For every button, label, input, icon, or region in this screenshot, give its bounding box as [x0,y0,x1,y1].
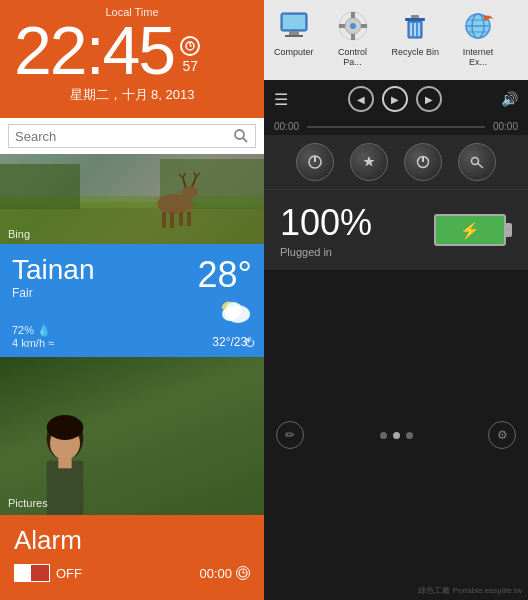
left-panel: Local Time 22:45 57 星期二，十月 8, 2013 [0,0,264,600]
bottom-section: ✏ ⚙ [264,270,528,600]
battery-charge-icon: ⚡ [460,221,480,240]
media-time-bar: 00:00 00:00 [264,118,528,135]
toggle-thumb [15,565,31,581]
svg-rect-29 [47,461,84,515]
media-time-end: 00:00 [493,121,518,132]
svg-rect-46 [405,18,425,21]
alarm-title: Alarm [14,525,250,556]
alarm-time-row: 00:00 [199,566,250,581]
svg-rect-12 [183,194,190,206]
controlpanel-icon [335,8,371,44]
battery-body: ⚡ [434,214,506,246]
ie-label: Internet Ex... [453,47,503,67]
svg-point-3 [235,130,244,139]
alarm-time: 00:00 [199,566,232,581]
svg-point-28 [47,415,84,440]
recyclebin-icon [397,8,433,44]
svg-rect-36 [289,31,299,35]
media-list-icon[interactable]: ☰ [274,90,288,109]
desktop-icon-controlpanel[interactable]: Control Pa... [328,8,378,67]
clock-label: Local Time [0,6,264,18]
bottom-settings-icon[interactable]: ⚙ [488,421,516,449]
media-controls-section: ☰ ◀ ▶ ▶ 🔊 00:00 00:00 [264,80,528,189]
toggle-bar[interactable] [14,564,50,582]
watermark: 綠色工廠 Portable.easylife.tw [418,585,522,596]
svg-rect-47 [411,15,419,18]
battery-percent: 100% [280,202,372,244]
computer-label: Computer [274,47,314,57]
svg-rect-35 [283,15,305,29]
media-btn-power[interactable] [296,143,334,181]
clock-icon [180,36,200,56]
weather-icon [216,296,252,324]
search-tile [0,118,264,154]
svg-line-61 [478,164,483,169]
svg-rect-13 [162,212,166,228]
clock-date: 星期二，十月 8, 2013 [14,86,250,104]
volume-icon[interactable]: 🔊 [501,91,518,107]
weather-city: Tainan [12,254,95,286]
svg-rect-41 [351,34,355,40]
desktop-icons-row: Computer Control Pa... Recycle Bin Inter… [264,0,528,80]
clock-time: 22:45 [14,16,174,84]
svg-rect-30 [58,458,71,468]
svg-rect-15 [179,212,183,226]
pictures-label: Pictures [8,497,48,509]
weather-condition: Fair [12,286,95,300]
desktop-icon-recyclebin[interactable]: Recycle Bin [392,8,440,57]
clock-seconds: 57 [182,58,198,74]
search-icon [233,128,249,144]
media-next-button[interactable]: ▶ [416,86,442,112]
right-panel: Computer Control Pa... Recycle Bin Inter… [264,0,528,600]
dot-2[interactable] [393,432,400,439]
bottom-edit-icon[interactable]: ✏ [276,421,304,449]
battery-section: 100% Plugged in ⚡ [264,189,528,270]
alarm-clock-icon [236,566,250,580]
svg-rect-14 [170,212,174,228]
svg-rect-8 [0,164,80,209]
svg-point-44 [350,23,356,29]
svg-line-4 [243,138,247,142]
search-input-wrap[interactable] [8,124,256,148]
svg-rect-43 [361,24,367,28]
bottom-dots [380,432,413,439]
bing-scene [0,154,264,244]
computer-icon [276,8,312,44]
alarm-toggle[interactable]: OFF [14,564,82,582]
alarm-tile: Alarm OFF 00:00 [0,515,264,600]
battery-visual: ⚡ [434,214,512,246]
svg-point-60 [472,158,479,165]
media-prev-button[interactable]: ◀ [348,86,374,112]
search-input[interactable] [15,129,233,144]
desktop-icon-computer[interactable]: Computer [274,8,314,57]
ie-icon [460,8,496,44]
media-buttons-row [264,135,528,189]
media-play-button[interactable]: ▶ [382,86,408,112]
media-nav-buttons: ◀ ▶ ▶ [348,86,442,112]
media-time-start: 00:00 [274,121,299,132]
media-btn-star[interactable] [350,143,388,181]
dot-3[interactable] [406,432,413,439]
dot-1[interactable] [380,432,387,439]
media-btn-off[interactable] [404,143,442,181]
weather-temp: 28° [198,254,252,296]
weather-tile: Tainan Fair 28° 72% 💧 [0,244,264,357]
weather-wind: 4 km/h ≈ [12,337,54,349]
media-top-bar: ☰ ◀ ▶ ▶ 🔊 [264,80,528,118]
battery-status: Plugged in [280,246,372,258]
progress-bar[interactable] [307,126,485,128]
pictures-tile: Pictures [0,357,264,515]
clock-tile: Local Time 22:45 57 星期二，十月 8, 2013 [0,0,264,118]
svg-rect-42 [339,24,345,28]
recyclebin-label: Recycle Bin [392,47,440,57]
media-btn-key[interactable] [458,143,496,181]
weather-refresh-icon[interactable]: ↻ [244,335,256,351]
desktop-icon-ie[interactable]: Internet Ex... [453,8,503,67]
alarm-off-label: OFF [56,566,82,581]
svg-rect-16 [187,212,191,226]
controlpanel-label: Control Pa... [328,47,378,67]
bing-tile: Bing [0,154,264,244]
svg-rect-37 [285,35,303,37]
svg-rect-40 [351,12,355,18]
weather-humidity: 72% 💧 [12,324,54,337]
